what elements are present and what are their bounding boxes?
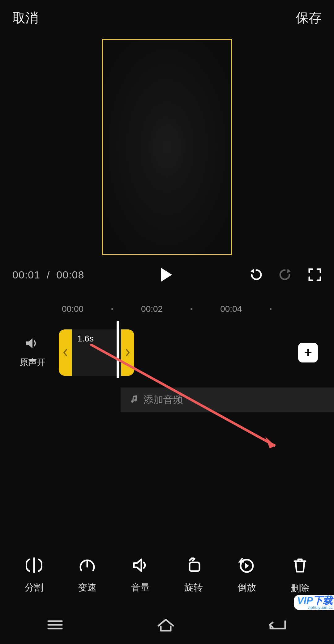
time-display: 00:01 / 00:08: [12, 269, 84, 281]
redo-icon[interactable]: [278, 268, 293, 282]
svg-marker-1: [265, 437, 275, 448]
clip-thumbnail[interactable]: 1.6s: [72, 329, 121, 376]
fullscreen-icon[interactable]: [308, 268, 322, 282]
clip-duration: 1.6s: [77, 334, 94, 344]
clip-right-handle[interactable]: [121, 329, 134, 376]
home-icon[interactable]: [156, 618, 175, 633]
trash-icon: [293, 557, 307, 576]
tool-volume[interactable]: 音量: [131, 557, 150, 595]
back-icon[interactable]: [268, 619, 288, 632]
clip-left-handle[interactable]: [59, 329, 72, 376]
cancel-button[interactable]: 取消: [12, 9, 38, 27]
split-icon: [26, 557, 42, 575]
plus-icon: +: [304, 345, 312, 360]
tool-split[interactable]: 分割: [25, 557, 43, 595]
watermark: VIP下载 viphuiyuan.cc: [294, 595, 334, 610]
rotate-icon: [185, 557, 202, 575]
save-button[interactable]: 保存: [296, 9, 322, 27]
timeline-ruler: 00:00 00:02 00:04: [0, 304, 334, 314]
tool-delete[interactable]: 删除: [291, 557, 309, 595]
music-icon: [130, 394, 139, 406]
svg-rect-4: [190, 562, 199, 571]
add-audio-label: 添加音频: [143, 393, 183, 407]
reverse-play-icon: [238, 557, 255, 575]
original-sound-label: 原声开: [19, 357, 45, 368]
add-audio-button[interactable]: 添加音频: [121, 388, 334, 412]
tool-rotate[interactable]: 旋转: [184, 557, 203, 595]
add-clip-button[interactable]: +: [298, 343, 318, 362]
tool-speed[interactable]: 变速: [78, 557, 96, 595]
video-clip[interactable]: 1.6s: [59, 329, 134, 376]
play-icon[interactable]: [160, 267, 173, 282]
video-preview[interactable]: [102, 39, 232, 255]
playhead[interactable]: [117, 321, 119, 378]
volume-icon: [132, 557, 149, 575]
speedometer-icon: [79, 557, 96, 575]
tool-reverse[interactable]: 倒放: [238, 557, 256, 595]
menu-icon[interactable]: [46, 619, 64, 632]
undo-icon[interactable]: [249, 268, 263, 282]
speaker-icon: [26, 337, 39, 352]
original-sound-toggle[interactable]: 原声开: [12, 337, 53, 368]
